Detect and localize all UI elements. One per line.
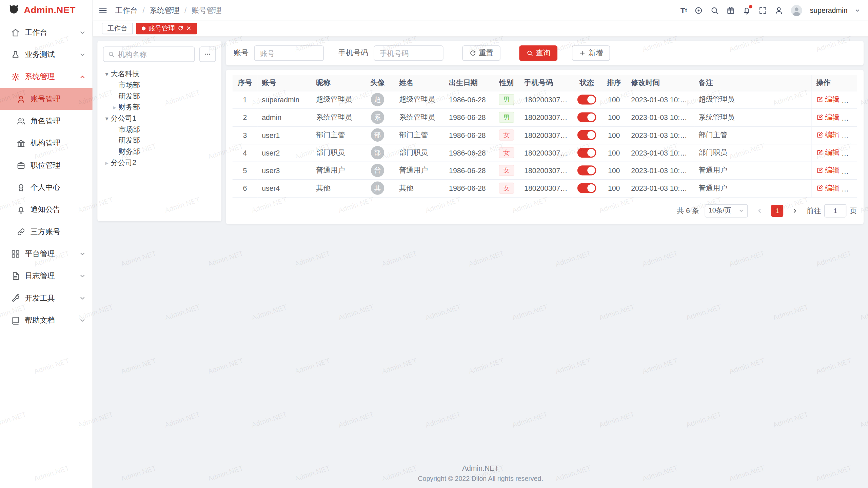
sidebar-item-position-management[interactable]: 职位管理	[0, 155, 93, 177]
sidebar-item-org-management[interactable]: 机构管理	[0, 132, 93, 154]
gift-icon[interactable]	[726, 6, 735, 15]
org-search-input[interactable]	[118, 50, 190, 58]
add-button[interactable]: 新增	[572, 45, 610, 61]
hamburger-icon[interactable]	[99, 6, 107, 15]
goto-page-input[interactable]	[824, 204, 846, 217]
tree-node[interactable]: 财务部	[103, 102, 216, 113]
edit-button[interactable]: 编辑	[816, 95, 840, 104]
cell-remark: 部门职员	[694, 144, 811, 161]
col-modified: 修改时间	[627, 75, 694, 91]
tree-node-label: 研发部	[118, 136, 140, 145]
cell-phone: 18020030720	[520, 179, 572, 197]
user-icon[interactable]	[774, 6, 783, 15]
tree-caret-icon[interactable]	[103, 115, 111, 122]
status-toggle[interactable]	[577, 112, 596, 122]
fullscreen-icon[interactable]	[758, 6, 767, 15]
edit-button[interactable]: 编辑	[816, 148, 840, 158]
bell-icon[interactable]	[742, 6, 751, 15]
username[interactable]: superadmin	[810, 6, 848, 14]
tree-node[interactable]: 财务部	[103, 146, 216, 157]
sidebar-item-system-management[interactable]: 系统管理	[0, 66, 93, 88]
home-icon	[11, 28, 20, 37]
theme-icon[interactable]	[694, 6, 703, 15]
sidebar-item-platform-management[interactable]: 平台管理	[0, 243, 93, 265]
tree-caret-icon[interactable]	[103, 70, 111, 78]
cell-avatar: 部	[360, 144, 395, 161]
status-toggle[interactable]	[577, 148, 596, 158]
row-more-button[interactable]	[847, 133, 854, 140]
status-toggle[interactable]	[577, 130, 596, 140]
sidebar-item-personal-center[interactable]: 个人中心	[0, 177, 93, 199]
row-avatar: 部	[371, 128, 384, 142]
refresh-icon[interactable]	[178, 25, 183, 31]
page-size-select[interactable]: 10条/页	[705, 204, 748, 217]
table-row[interactable]: 4 user2 部门职员 部 部门职员 1986-06-28 女 1802003…	[233, 144, 857, 161]
cell-account: superadmin	[257, 91, 312, 108]
sidebar-item-notice[interactable]: 通知公告	[0, 199, 93, 221]
tree-more-button[interactable]	[199, 46, 216, 62]
tree-node[interactable]: 研发部	[103, 91, 216, 102]
edit-button[interactable]: 编辑	[816, 112, 840, 122]
sidebar-item-label: 个人中心	[31, 183, 86, 192]
tree-node[interactable]: 市场部	[103, 80, 216, 91]
cell-modified: 2023-01-03 10:59:44	[627, 91, 694, 108]
status-toggle[interactable]	[577, 165, 596, 175]
search-button[interactable]: 查询	[519, 45, 557, 61]
status-toggle[interactable]	[577, 95, 596, 104]
gender-tag: 男	[499, 94, 514, 105]
account-filter-input[interactable]	[254, 45, 324, 61]
table-header-row: 序号 账号 昵称 头像 姓名 出生日期 性别 手机号码 状态 排序 修改时间	[233, 75, 857, 91]
status-toggle[interactable]	[577, 183, 596, 193]
row-more-button[interactable]	[847, 151, 854, 158]
row-avatar: 部	[371, 146, 384, 159]
sidebar-item-third-party-account[interactable]: 三方账号	[0, 221, 93, 243]
tree-caret-icon[interactable]	[103, 159, 111, 166]
tree-node[interactable]: 研发部	[103, 135, 216, 146]
avatar[interactable]	[791, 4, 803, 16]
breadcrumb-item-system[interactable]: 系统管理	[150, 5, 179, 15]
sidebar-item-account-management[interactable]: 账号管理	[0, 88, 93, 110]
breadcrumb-item-workbench[interactable]: 工作台	[115, 5, 138, 15]
search-icon[interactable]	[710, 6, 719, 15]
reset-button[interactable]: 重置	[462, 45, 500, 61]
edit-button[interactable]: 编辑	[816, 183, 840, 193]
edit-button[interactable]: 编辑	[816, 130, 840, 140]
edit-button[interactable]: 编辑	[816, 165, 840, 175]
chevron-down-icon[interactable]	[855, 7, 860, 13]
sidebar-item-help-docs[interactable]: 帮助文档	[0, 309, 93, 331]
row-more-button[interactable]	[847, 186, 854, 193]
sidebar-item-log-management[interactable]: 日志管理	[0, 265, 93, 287]
row-more-button[interactable]	[847, 116, 854, 122]
flask-icon	[11, 50, 20, 59]
tab-workbench[interactable]: 工作台	[102, 22, 133, 34]
tree-node[interactable]: 分公司2	[103, 157, 216, 168]
sidebar-item-label: 业务测试	[25, 50, 74, 60]
cell-order: 100	[601, 144, 627, 161]
medal-icon	[17, 183, 25, 192]
tree-node-label: 研发部	[118, 91, 140, 101]
page-number-1[interactable]: 1	[771, 204, 783, 217]
row-more-button[interactable]	[847, 98, 854, 104]
sidebar-item-workbench[interactable]: 工作台	[0, 22, 93, 44]
next-page-button[interactable]	[789, 204, 801, 217]
table-row[interactable]: 1 superadmin 超级管理员 超 超级管理员 1986-06-28 男 …	[233, 91, 857, 108]
sidebar-item-business-test[interactable]: 业务测试	[0, 44, 93, 66]
prev-page-button[interactable]	[753, 204, 766, 217]
tree-node[interactable]: 市场部	[103, 124, 216, 135]
table-row[interactable]: 2 admin 系统管理员 系 系统管理员 1986-06-28 男 18020…	[233, 108, 857, 126]
tree-node[interactable]: 分公司1	[103, 113, 216, 124]
tab-account-management[interactable]: 账号管理	[136, 22, 197, 34]
font-size-icon[interactable]: Tt	[680, 6, 687, 15]
tree-caret-icon[interactable]	[111, 104, 119, 111]
phone-filter-input[interactable]	[374, 45, 443, 61]
close-icon[interactable]	[186, 25, 192, 31]
sidebar-item-dev-tools[interactable]: 开发工具	[0, 287, 93, 309]
tree-node[interactable]: 大名科技	[103, 68, 216, 80]
cell-avatar: 超	[360, 91, 395, 108]
pagination-total: 共 6 条	[677, 206, 699, 216]
row-more-button[interactable]	[847, 168, 854, 175]
table-row[interactable]: 5 user3 普通用户 普 普通用户 1986-06-28 女 1802003…	[233, 162, 857, 179]
table-row[interactable]: 3 user1 部门主管 部 部门主管 1986-06-28 女 1802003…	[233, 126, 857, 144]
sidebar-item-role-management[interactable]: 角色管理	[0, 110, 93, 132]
table-row[interactable]: 6 user4 其他 其 其他 1986-06-28 女 18020030720	[233, 179, 857, 197]
